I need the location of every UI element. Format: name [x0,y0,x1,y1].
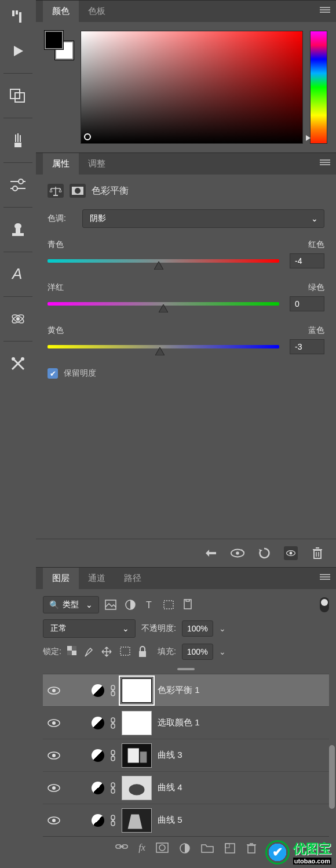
slider-right-label: 绿色 [308,282,324,293]
preserve-luminosity-checkbox[interactable]: ✔ [48,368,58,379]
magenta-green-slider[interactable] [48,302,279,306]
tone-label: 色调: [48,213,76,224]
foreground-color-swatch[interactable] [45,31,63,49]
tool-brush-cross-icon[interactable] [6,352,30,375]
layer-mask-thumbnail[interactable] [122,776,152,800]
scrollbar[interactable] [329,745,335,809]
tone-dropdown[interactable]: 阴影 ⌄ [82,209,324,228]
opacity-value[interactable]: 100% [182,620,213,637]
layer-row[interactable]: 色彩平衡 1 [43,674,329,706]
cyan-red-value[interactable]: -4 [290,253,324,268]
panel-menu-icon[interactable] [320,573,330,580]
new-adjustment-icon[interactable] [179,842,191,854]
lock-transparency-icon[interactable] [67,646,76,658]
layer-name[interactable]: 曲线 3 [158,750,182,761]
saturation-brightness-picker[interactable] [81,31,303,144]
new-group-icon[interactable] [201,842,214,854]
delete-layer-icon[interactable] [246,842,257,854]
panel-menu-icon[interactable] [320,159,330,166]
layer-effects-icon[interactable]: fx [138,842,145,854]
layer-name[interactable]: 色彩平衡 1 [158,685,200,696]
visibility-toggle-icon[interactable] [48,686,59,695]
filter-adjustment-icon[interactable] [125,599,136,611]
yellow-blue-slider[interactable] [48,345,279,348]
layer-name[interactable]: 曲线 5 [158,815,182,826]
color-cursor[interactable] [84,133,91,140]
layer-name[interactable]: 曲线 4 [158,782,182,793]
magenta-green-value[interactable]: 0 [290,296,324,311]
chevron-down-icon: ⌄ [311,214,318,223]
svg-rect-56 [139,651,146,657]
layer-mask-thumbnail[interactable] [122,711,152,735]
tool-crop-overlap-icon[interactable] [6,84,30,107]
filter-type-icon[interactable]: T [144,600,155,610]
layer-name[interactable]: 选取颜色 1 [158,717,200,728]
tab-paths[interactable]: 路径 [115,568,151,589]
svg-point-21 [12,357,15,361]
yellow-blue-value[interactable]: -3 [290,339,324,354]
tab-swatches[interactable]: 色板 [79,1,115,22]
tab-adjustments[interactable]: 调整 [79,153,115,175]
layers-panel: 图层 通道 路径 🔍 类型 ⌄ T [36,567,336,863]
tool-adjustments-icon[interactable] [6,173,30,197]
visibility-toggle-icon[interactable] [48,816,59,825]
layer-row[interactable]: 曲线 5 [43,804,329,836]
tool-atom-icon[interactable] [6,307,30,331]
layer-mask-thumbnail[interactable] [122,808,152,833]
tab-color[interactable]: 颜色 [43,1,79,22]
properties-footer [36,539,336,567]
tab-layers[interactable]: 图层 [43,568,79,589]
reset-icon[interactable] [257,546,271,560]
fill-value[interactable]: 100% [182,644,213,660]
layer-row[interactable]: 曲线 3 [43,739,329,771]
foreground-background-swatch[interactable] [45,31,74,60]
tool-brushes-icon[interactable] [6,129,30,152]
link-layers-icon[interactable] [115,842,128,854]
visibility-toggle-icon[interactable] [48,783,59,793]
layer-row[interactable]: 曲线 4 [43,771,329,804]
filter-toggle[interactable] [320,597,329,612]
link-mask-icon[interactable] [110,684,116,697]
visibility-toggle-icon[interactable] [48,751,59,760]
blend-mode-dropdown[interactable]: 正常 ⌄ [43,619,136,638]
tab-channels[interactable]: 通道 [79,568,115,589]
hue-pointer[interactable] [306,135,311,141]
slider-thumb[interactable] [155,347,165,355]
trash-icon[interactable] [311,546,324,560]
tool-artboard-icon[interactable] [6,6,30,29]
layer-mask-thumbnail[interactable] [122,743,152,768]
svg-point-20 [21,357,24,361]
cyan-red-slider[interactable] [48,259,279,263]
visibility-toggle-icon[interactable] [48,718,59,728]
filter-shape-icon[interactable] [163,600,174,610]
lock-artboard-icon[interactable] [119,646,131,658]
toggle-visibility-icon[interactable] [284,546,298,560]
slider-thumb[interactable] [154,262,163,270]
add-mask-icon[interactable] [156,842,169,854]
clip-to-layer-icon[interactable] [204,546,218,560]
hue-slider[interactable] [310,31,327,144]
view-previous-icon[interactable] [231,546,244,560]
tool-play-icon[interactable] [6,39,30,63]
panel-menu-icon[interactable] [320,6,330,13]
link-mask-icon[interactable] [110,814,116,827]
lock-position-icon[interactable] [101,646,112,658]
filter-smart-icon[interactable] [182,599,193,611]
chevron-down-icon[interactable]: ⌄ [219,647,226,656]
link-mask-icon[interactable] [110,717,116,729]
tool-stamp-icon[interactable] [6,218,30,241]
tab-properties[interactable]: 属性 [43,153,79,175]
layer-filter-dropdown[interactable]: 🔍 类型 ⌄ [43,596,99,613]
link-mask-icon[interactable] [110,749,116,762]
filter-image-icon[interactable] [105,600,116,610]
chevron-down-icon[interactable]: ⌄ [219,624,226,633]
drag-handle[interactable] [177,668,195,670]
tool-type-icon[interactable]: A [6,263,30,286]
lock-pixels-icon[interactable] [83,646,94,658]
slider-thumb[interactable] [159,304,168,313]
layer-mask-thumbnail[interactable] [122,678,152,703]
lock-all-icon[interactable] [138,646,147,658]
link-mask-icon[interactable] [110,782,116,794]
layer-row[interactable]: 选取颜色 1 [43,706,329,739]
new-layer-icon[interactable] [224,842,236,854]
